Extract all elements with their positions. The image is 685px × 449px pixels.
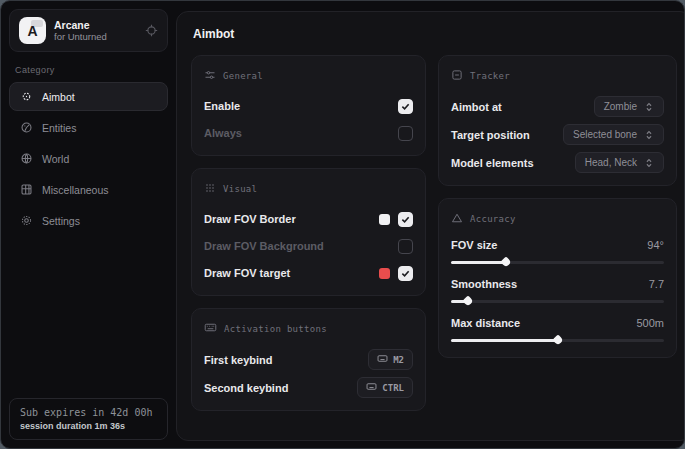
scan-icon (451, 67, 463, 85)
color-swatch[interactable] (379, 268, 390, 279)
sliders-icon (204, 67, 216, 85)
slider-thumb[interactable] (552, 334, 563, 345)
grid-icon (20, 183, 33, 196)
crosshair-icon (145, 24, 158, 37)
dots-square-icon (204, 180, 216, 198)
setting-row-always: Always (204, 123, 413, 143)
slider-value: 7.7 (649, 278, 664, 290)
activation-card-header: Activation buttons (204, 320, 413, 338)
section-title: General (223, 71, 263, 81)
sidebar-item-label: Aimbot (42, 91, 75, 103)
slider-value: 94° (647, 239, 664, 251)
tracker-row-model-elements: Model elements Head, Neck (451, 152, 664, 173)
activation-card: Activation buttons First keybind M2 (191, 308, 426, 411)
keybind-row-second: Second keybind CTRL (204, 377, 413, 398)
fov-border-checkbox[interactable] (398, 212, 413, 227)
main-area: Aimbot General (176, 1, 685, 448)
triangle-icon (451, 210, 463, 228)
chevron-up-down-icon (644, 102, 654, 112)
fov-size-slider[interactable] (451, 259, 664, 266)
page-title: Aimbot (193, 27, 677, 41)
slider-fill (451, 339, 558, 342)
general-card: General Enable Always (191, 55, 426, 156)
sidebar-item-label: World (42, 153, 69, 165)
target-position-dropdown[interactable]: Selected bone (563, 124, 664, 145)
setting-label: Target position (451, 129, 530, 141)
keyboard-icon (377, 353, 388, 366)
entities-radar-icon (20, 121, 33, 134)
color-swatch[interactable] (379, 214, 390, 225)
tracker-row-target-position: Target position Selected bone (451, 124, 664, 145)
setting-row-fov-target: Draw FOV target (204, 263, 413, 283)
brand-logo-letter: A (27, 23, 37, 39)
chevron-up-down-icon (644, 130, 654, 140)
keybind-value: CTRL (382, 383, 404, 393)
section-title: Accuracy (470, 214, 516, 224)
dropdown-value: Head, Neck (585, 157, 637, 168)
slider-row-smoothness: Smoothness 7.7 (451, 278, 664, 305)
tracker-card-header: Tracker (451, 67, 664, 85)
setting-label: First keybind (204, 354, 272, 366)
sidebar-item-entities[interactable]: Entities (9, 113, 168, 142)
brand-box: A Arcane for Unturned (9, 9, 168, 52)
second-keybind-button[interactable]: CTRL (357, 377, 413, 398)
visual-card-header: Visual (204, 180, 413, 198)
tracker-row-aimbot-at: Aimbot at Zombie (451, 96, 664, 117)
visual-card: Visual Draw FOV Border (191, 168, 426, 296)
slider-fill (451, 261, 506, 264)
model-elements-dropdown[interactable]: Head, Neck (575, 152, 664, 173)
subscription-status-box: Sub expires in 42d 00h session duration … (9, 398, 168, 440)
sidebar: A Arcane for Unturned Category Aimbot (1, 1, 176, 448)
right-column: Tracker Aimbot at Zombie (438, 55, 677, 358)
fov-background-checkbox[interactable] (398, 239, 413, 254)
sidebar-item-settings[interactable]: Settings (9, 206, 168, 235)
category-label: Category (15, 65, 162, 75)
enable-checkbox[interactable] (398, 99, 413, 114)
gear-icon (20, 214, 33, 227)
section-title: Visual (223, 184, 257, 194)
sidebar-item-aimbot[interactable]: Aimbot (9, 82, 168, 111)
smoothness-slider[interactable] (451, 298, 664, 305)
slider-track (451, 300, 664, 303)
accuracy-card-header: Accuracy (451, 210, 664, 228)
sidebar-item-world[interactable]: World (9, 144, 168, 173)
app-window: A Arcane for Unturned Category Aimbot (0, 0, 685, 449)
dropdown-value: Selected bone (573, 129, 637, 140)
setting-label: Second keybind (204, 382, 288, 394)
setting-row-enable: Enable (204, 96, 413, 116)
chevron-up-down-icon (644, 158, 654, 168)
slider-thumb[interactable] (501, 256, 512, 267)
setting-label: Draw FOV Background (204, 240, 324, 252)
brand-text: Arcane for Unturned (54, 19, 137, 43)
brand-subtitle: for Unturned (54, 31, 137, 42)
section-title: Activation buttons (224, 324, 327, 334)
sidebar-item-label: Miscellaneous (42, 184, 109, 196)
setting-row-fov-border: Draw FOV Border (204, 209, 413, 229)
setting-label: Draw FOV Border (204, 213, 296, 225)
dropdown-value: Zombie (604, 101, 637, 112)
fov-target-checkbox[interactable] (398, 266, 413, 281)
keybind-row-first: First keybind M2 (204, 349, 413, 370)
keyboard-icon (366, 381, 377, 394)
setting-label: Max distance (451, 317, 520, 329)
keybind-value: M2 (393, 355, 404, 365)
max-distance-slider[interactable] (451, 337, 664, 344)
crosshair-focus-icon (20, 90, 33, 103)
slider-thumb[interactable] (462, 295, 473, 306)
brand-name: Arcane (54, 19, 137, 32)
setting-label: Draw FOV target (204, 267, 290, 279)
accuracy-card: Accuracy FOV size 94° (438, 198, 677, 358)
slider-row-fov-size: FOV size 94° (451, 239, 664, 266)
sidebar-item-miscellaneous[interactable]: Miscellaneous (9, 175, 168, 204)
aimbot-at-dropdown[interactable]: Zombie (594, 96, 664, 117)
always-checkbox[interactable] (398, 126, 413, 141)
first-keybind-button[interactable]: M2 (368, 349, 413, 370)
globe-icon (20, 152, 33, 165)
tracker-card: Tracker Aimbot at Zombie (438, 55, 677, 186)
sidebar-item-label: Settings (42, 215, 80, 227)
sub-expiry-text: Sub expires in 42d 00h (20, 407, 157, 418)
content-panel: Aimbot General (176, 11, 685, 441)
setting-label: Always (204, 127, 242, 139)
setting-label: FOV size (451, 239, 497, 251)
setting-label: Smoothness (451, 278, 517, 290)
